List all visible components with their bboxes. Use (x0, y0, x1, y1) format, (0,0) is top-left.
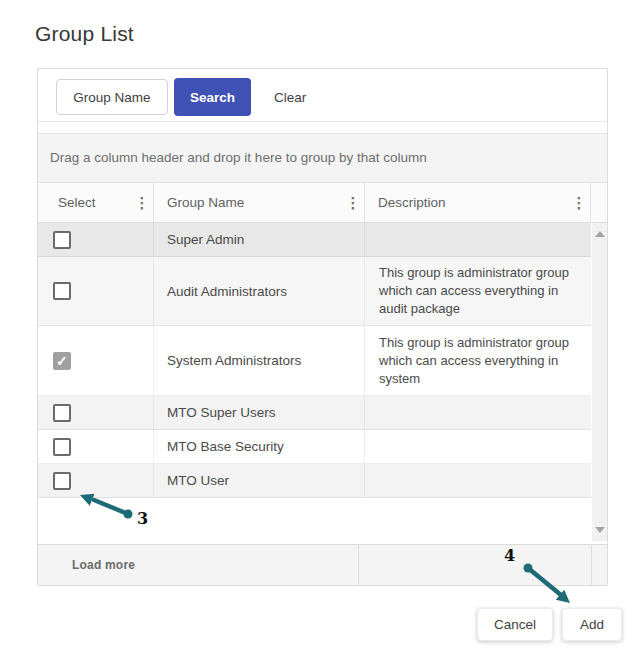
kebab-menu-icon[interactable]: ⋮ (568, 195, 590, 210)
annotation-label-4: 4 (504, 546, 515, 565)
group-name-cell: Super Admin (154, 223, 365, 256)
column-label: Description (378, 195, 568, 210)
group-list-dialog: Group List Group Name Search Clear Drag … (0, 0, 643, 648)
header-spacer (591, 183, 607, 222)
group-list-panel: Group Name Search Clear Drag a column he… (37, 68, 608, 586)
table-row[interactable]: MTO Base Security (38, 430, 591, 464)
scroll-down-icon[interactable] (595, 527, 605, 533)
row-checkbox[interactable] (53, 438, 71, 456)
pager-divider (591, 545, 592, 585)
column-label: Select (58, 195, 131, 210)
description-cell (365, 430, 591, 463)
description-cell: This group is administrator group which … (365, 257, 591, 325)
clear-button[interactable]: Clear (264, 78, 316, 116)
group-by-drop-area[interactable]: Drag a column header and drop it here to… (38, 133, 607, 183)
search-button[interactable]: Search (174, 78, 251, 116)
column-header-select[interactable]: Select ⋮ (38, 183, 154, 222)
table-row[interactable]: System Administrators This group is admi… (38, 326, 591, 396)
description-cell (365, 223, 591, 256)
group-name-cell: MTO User (154, 464, 365, 497)
column-header-group-name[interactable]: Group Name ⋮ (154, 183, 365, 222)
load-more-button[interactable]: Load more (66, 545, 141, 585)
row-checkbox[interactable] (53, 352, 71, 370)
description-cell (365, 464, 591, 497)
group-name-cell: MTO Super Users (154, 396, 365, 429)
mto-user-checkbox[interactable] (53, 472, 71, 490)
table-row[interactable]: MTO Super Users (38, 396, 591, 430)
description-cell: This group is administrator group which … (365, 326, 591, 395)
cancel-button[interactable]: Cancel (477, 608, 553, 641)
column-header-description[interactable]: Description ⋮ (365, 183, 591, 222)
table-row[interactable]: Audit Administrators This group is admin… (38, 257, 591, 326)
vertical-scrollbar[interactable] (592, 223, 607, 541)
row-checkbox[interactable] (53, 231, 71, 249)
kebab-menu-icon[interactable]: ⋮ (342, 195, 364, 210)
add-button[interactable]: Add (562, 608, 622, 641)
scroll-up-icon[interactable] (595, 231, 605, 237)
kebab-menu-icon[interactable]: ⋮ (131, 195, 153, 210)
table-row[interactable]: MTO User (38, 464, 591, 498)
group-name-cell: MTO Base Security (154, 430, 365, 463)
grid-body: Super Admin Audit Administrators This gr… (38, 223, 607, 541)
group-name-cell: Audit Administrators (154, 257, 365, 325)
annotation-label-3: 3 (137, 509, 148, 528)
row-checkbox[interactable] (53, 404, 71, 422)
group-name-cell: System Administrators (154, 326, 365, 395)
table-row[interactable]: Super Admin (38, 223, 591, 257)
group-name-button[interactable]: Group Name (56, 79, 168, 115)
row-checkbox[interactable] (53, 282, 71, 300)
column-label: Group Name (167, 195, 342, 210)
pager-divider (358, 545, 359, 585)
page-title: Group List (35, 22, 134, 46)
grid-pager: Load more (38, 544, 607, 585)
description-cell (365, 396, 591, 429)
grid-header: Select ⋮ Group Name ⋮ Description ⋮ (38, 183, 607, 223)
search-toolbar: Group Name Search Clear (38, 69, 607, 122)
